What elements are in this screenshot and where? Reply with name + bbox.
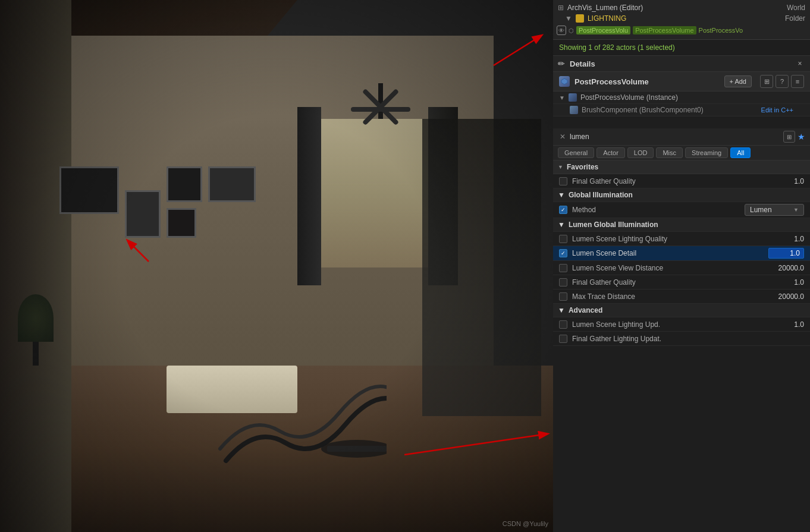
tab-general[interactable]: General xyxy=(558,147,594,158)
advanced-title: Advanced xyxy=(569,306,602,314)
edit-cpp-button[interactable]: Edit in C++ xyxy=(761,106,793,114)
gi-title: Global Illumination xyxy=(569,191,633,199)
foreground-object xyxy=(422,119,541,416)
folder-icon xyxy=(576,14,584,23)
brush-row[interactable]: BrushComponent (BrushComponent0) Edit in… xyxy=(553,104,810,117)
section-advanced-header[interactable]: ▼ Advanced xyxy=(553,304,810,317)
method-chevron-icon: ▼ xyxy=(793,207,799,213)
tab-actor[interactable]: Actor xyxy=(596,147,625,158)
outliner-lightning-row: ▼ LIGHTNING Folder xyxy=(553,13,810,24)
spring-coil xyxy=(208,354,387,473)
wall-art-5 xyxy=(167,208,196,238)
spacer xyxy=(553,117,810,128)
section-lumen-gi-header[interactable]: ▼ Lumen Global Illumination xyxy=(553,218,810,232)
actor-name: PostProcessVolume xyxy=(574,77,649,86)
outliner-section: ⊞ ArchVis_Lumen (Editor) World ▼ LIGHTNI… xyxy=(553,0,810,40)
ppv-outliner-row[interactable]: 👁 ⬡ PostProcessVolu PostProcessVolume Po… xyxy=(553,24,810,37)
lslq-value: 1.0 xyxy=(762,235,804,243)
tab-lod[interactable]: LOD xyxy=(627,147,654,158)
lsd-label: Lumen Scene Detail xyxy=(572,249,768,257)
fglu-label: Final Gather Lighting Updat. xyxy=(572,335,762,343)
prop-final-gather-lighting-updat: Final Gather Lighting Updat. xyxy=(553,332,810,346)
actor-count-bar: Showing 1 of 282 actors (1 selected) xyxy=(553,40,810,56)
fglu-checkbox[interactable] xyxy=(559,335,567,343)
ppv-label-3: PostProcessVo xyxy=(699,27,743,34)
more-options-icon[interactable]: ≡ xyxy=(791,75,804,88)
fgq-lumen-checkbox[interactable] xyxy=(559,278,567,287)
lslu-checkbox[interactable] xyxy=(559,320,567,329)
lsvd-label: Lumen Scene View Distance xyxy=(572,264,762,272)
prop-lumen-scene-lighting-quality: Lumen Scene Lighting Quality 1.0 xyxy=(553,232,810,246)
search-clear-button[interactable]: ✕ xyxy=(558,133,567,141)
room-scene xyxy=(0,0,553,532)
curtain-left xyxy=(297,107,321,285)
ceiling-fan xyxy=(345,83,416,131)
lslq-checkbox[interactable] xyxy=(559,235,567,243)
actor-count-text: Showing 1 of 282 actors (1 selected) xyxy=(559,43,675,52)
details-panel[interactable]: ✏ Details × PostProcessVolume + Add ⊞ ? … xyxy=(553,56,810,532)
wall-art-3 xyxy=(167,166,202,202)
add-component-button[interactable]: + Add xyxy=(724,75,752,87)
ppv-label-2: PostProcessVolume xyxy=(633,26,696,34)
search-input[interactable] xyxy=(570,133,781,141)
svg-rect-1 xyxy=(327,446,387,452)
ppv-label-1: PostProcessVolu xyxy=(576,26,630,34)
instance-triangle: ▼ xyxy=(559,95,565,101)
prop-lumen-scene-detail[interactable]: Lumen Scene Detail 1.0 xyxy=(553,246,810,261)
watermark: CSDN @Yuulily xyxy=(503,520,548,527)
wall-art-1 xyxy=(59,166,119,214)
fgq-lumen-value: 1.0 xyxy=(762,278,804,287)
svg-marker-5 xyxy=(561,78,567,84)
prop-method: Method Lumen ▼ xyxy=(553,202,810,218)
left-wall xyxy=(0,0,71,532)
mtd-checkbox[interactable] xyxy=(559,292,567,301)
details-close-button[interactable]: × xyxy=(795,58,805,69)
search-bar: ✕ ⊞ ★ xyxy=(553,128,810,146)
brush-label: BrushComponent (BrushComponent0) xyxy=(582,106,704,114)
grid-view-icon[interactable]: ⊞ xyxy=(783,131,795,143)
details-header: ✏ Details × xyxy=(553,56,810,72)
grid-layout-icon[interactable]: ⊞ xyxy=(760,75,773,88)
visibility-eye-icon[interactable]: 👁 xyxy=(557,26,566,35)
lslu-value: 1.0 xyxy=(762,320,804,329)
tab-misc[interactable]: Misc xyxy=(656,147,683,158)
section-gi-header[interactable]: ▼ Global Illumination xyxy=(553,188,810,202)
viewport: CSDN @Yuulily xyxy=(0,0,553,532)
lumen-gi-triangle-icon: ▼ xyxy=(558,221,565,229)
method-value: Lumen xyxy=(750,206,772,214)
ppv-bullet: ⬡ xyxy=(569,27,574,34)
lslq-label: Lumen Scene Lighting Quality xyxy=(572,235,762,243)
lsd-value[interactable]: 1.0 xyxy=(768,248,804,259)
instance-label: PostProcessVolume (Instance) xyxy=(580,93,678,102)
wall-art-4 xyxy=(208,166,256,202)
favorites-title: Favorites xyxy=(567,163,598,171)
window xyxy=(315,119,434,267)
favorites-star-icon[interactable]: ★ xyxy=(798,132,805,141)
fgq-lumen-label: Final Gather Quality xyxy=(572,278,762,287)
gi-triangle-icon: ▼ xyxy=(558,191,565,199)
question-icon[interactable]: ? xyxy=(776,75,789,88)
tab-all[interactable]: All xyxy=(730,147,751,158)
section-favorites-header[interactable]: ▼ Favorites xyxy=(553,160,810,174)
favorites-triangle-icon: ▼ xyxy=(558,164,563,170)
outliner-archvis-label: ArchVis_Lumen (Editor) xyxy=(567,4,643,12)
lumen-gi-title: Lumen Global Illumination xyxy=(569,221,658,229)
method-label: Method xyxy=(572,206,745,214)
method-dropdown[interactable]: Lumen ▼ xyxy=(745,204,804,216)
lightning-type: Folder xyxy=(785,14,805,23)
outliner-archvis-type: World xyxy=(787,4,805,12)
instance-row[interactable]: ▼ PostProcessVolume (Instance) xyxy=(553,92,810,104)
advanced-triangle-icon: ▼ xyxy=(558,306,565,314)
tab-streaming[interactable]: Streaming xyxy=(685,147,728,158)
mtd-value: 20000.0 xyxy=(762,292,804,301)
instance-cube-icon xyxy=(569,93,577,102)
method-checkbox[interactable] xyxy=(559,206,567,214)
favorites-fgq-value: 1.0 xyxy=(762,177,804,185)
plant xyxy=(18,294,54,366)
favorites-fgq-checkbox[interactable] xyxy=(559,177,567,185)
lsd-checkbox[interactable] xyxy=(559,249,567,257)
action-icons: ⊞ ? ≡ xyxy=(760,75,804,88)
lsvd-checkbox[interactable] xyxy=(559,264,567,272)
brush-icon xyxy=(570,106,578,114)
lsvd-value: 20000.0 xyxy=(762,264,804,272)
